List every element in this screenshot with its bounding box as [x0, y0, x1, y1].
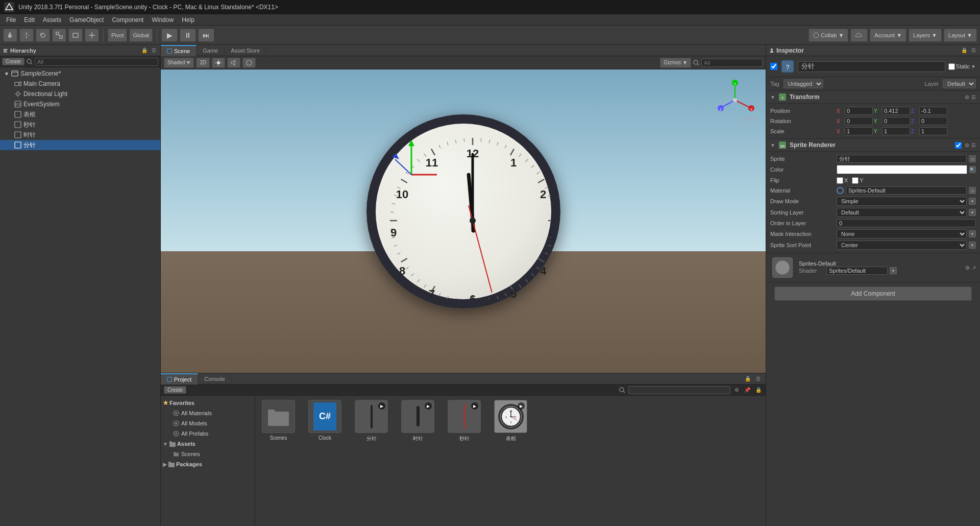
layers-btn[interactable]: Layers ▼ — [909, 29, 942, 42]
bottom-menu-btn[interactable]: ☰ — [755, 376, 762, 381]
scale-tool-btn[interactable] — [52, 29, 66, 42]
transform-tool-btn[interactable] — [85, 29, 99, 42]
menu-help[interactable]: Help — [178, 15, 199, 25]
packages-group[interactable]: ▶ Packages — [161, 459, 255, 469]
sprite-field[interactable] — [837, 155, 967, 163]
hierarchy-item-directional-light[interactable]: Directional Light — [0, 89, 160, 99]
asset-hour-hand[interactable]: ▶ 时针 — [399, 400, 437, 442]
sprite-sort-point-arrow[interactable]: ▼ — [969, 242, 976, 249]
all-prefabs-item[interactable]: All Prefabs — [161, 428, 255, 439]
2d-btn[interactable]: 2D — [196, 58, 210, 68]
hierarchy-item-main-camera[interactable]: Main Camera — [0, 79, 160, 89]
material-picker-btn[interactable]: ◎ — [969, 187, 976, 194]
bottom-lock-btn[interactable]: 🔒 — [744, 376, 752, 381]
object-name-field[interactable] — [798, 61, 945, 72]
layout-btn[interactable]: Layout ▼ — [944, 29, 977, 42]
hierarchy-lock-btn[interactable]: 🔒 — [140, 47, 149, 53]
add-component-btn[interactable]: Add Component — [774, 286, 972, 301]
menu-file[interactable]: File — [2, 15, 20, 25]
inspector-lock-btn[interactable]: 🔒 — [960, 47, 968, 53]
scene-item[interactable]: ▼ SampleScene* — [0, 68, 160, 79]
assets-group[interactable]: ▼ Assets — [161, 439, 255, 449]
favorites-group[interactable]: ★ Favorites — [161, 398, 255, 408]
shading-mode-dropdown[interactable]: Shaded — [164, 58, 194, 68]
sprite-renderer-header[interactable]: ▼ SR Sprite Renderer ⚙ ☰ — [766, 139, 980, 152]
draw-mode-arrow[interactable]: ▼ — [969, 198, 976, 205]
console-tab[interactable]: Console — [198, 373, 231, 385]
account-btn[interactable]: Account ▼ — [870, 29, 906, 42]
asset-clock-frame[interactable]: 12 3 6 9 ▶ — [492, 400, 530, 442]
gizmos-dropdown[interactable]: Gizmos ▼ — [660, 58, 691, 68]
scene-tab[interactable]: Scene — [161, 45, 197, 56]
object-enabled-checkbox[interactable] — [770, 63, 777, 70]
rotation-x-field[interactable] — [845, 117, 873, 125]
project-filter-btn[interactable]: ⚙ — [733, 387, 740, 393]
fx-btn[interactable] — [242, 58, 256, 68]
pivot-btn[interactable]: Pivot — [108, 29, 127, 42]
audio-btn[interactable] — [227, 58, 240, 68]
asset-scenes[interactable]: Scenes — [259, 400, 298, 442]
scale-x-field[interactable] — [845, 127, 873, 135]
project-pin-btn[interactable]: 📌 — [743, 387, 751, 393]
play-btn[interactable]: ▶ — [161, 29, 178, 42]
scale-z-field[interactable] — [919, 127, 947, 135]
sprite-sort-point-dropdown[interactable]: Center — [837, 241, 967, 250]
rotation-y-field[interactable] — [882, 117, 910, 125]
game-tab[interactable]: Game — [197, 45, 225, 56]
hierarchy-item-clock-face[interactable]: 表框 — [0, 109, 160, 119]
step-btn[interactable]: ⏭ — [198, 29, 214, 42]
rect-tool-btn[interactable] — [68, 29, 83, 42]
project-create-btn[interactable]: Create — [164, 386, 186, 394]
mask-interaction-dropdown[interactable]: None — [837, 229, 967, 238]
draw-mode-dropdown[interactable]: Simple — [837, 197, 967, 206]
position-y-field[interactable] — [882, 107, 910, 115]
material-settings-btn[interactable]: ⚙ — [965, 265, 970, 271]
lighting-btn[interactable] — [212, 58, 225, 68]
move-tool-btn[interactable] — [19, 29, 34, 42]
collab-btn[interactable]: Collab ▼ — [808, 29, 848, 42]
scene-search-input[interactable] — [701, 59, 763, 67]
order-in-layer-field[interactable] — [837, 219, 976, 227]
project-search-input[interactable] — [628, 386, 730, 394]
menu-gameobject[interactable]: GameObject — [65, 15, 108, 25]
material-external-btn[interactable]: ↗ — [972, 265, 976, 271]
rotate-tool-btn[interactable] — [36, 29, 50, 42]
shader-arrow[interactable]: ▼ — [890, 267, 897, 274]
all-models-item[interactable]: All Models — [161, 418, 255, 428]
hierarchy-item-second-hand[interactable]: 秒针 — [0, 119, 160, 130]
hierarchy-create-btn[interactable]: Create — [2, 58, 24, 65]
static-dropdown-arrow[interactable]: ▼ — [971, 64, 976, 69]
menu-edit[interactable]: Edit — [20, 15, 39, 25]
position-x-field[interactable] — [845, 107, 873, 115]
sprite-renderer-menu-btn[interactable]: ☰ — [971, 142, 976, 148]
position-z-field[interactable] — [919, 107, 947, 115]
sprite-picker-btn[interactable]: ◎ — [969, 155, 976, 162]
hierarchy-item-hour-hand[interactable]: 时针 — [0, 130, 160, 140]
hierarchy-item-eventsystem[interactable]: ES EventSystem — [0, 99, 160, 109]
rotation-z-field[interactable] — [919, 117, 947, 125]
material-field[interactable] — [846, 186, 967, 195]
mask-interaction-arrow[interactable]: ▼ — [969, 230, 976, 237]
menu-window[interactable]: Window — [148, 15, 178, 25]
flip-y-checkbox[interactable] — [852, 177, 859, 184]
flip-x-checkbox[interactable] — [837, 177, 843, 184]
sorting-layer-arrow[interactable]: ▼ — [969, 209, 976, 216]
shader-field[interactable] — [826, 267, 888, 275]
menu-assets[interactable]: Assets — [39, 15, 65, 25]
color-preview[interactable] — [837, 165, 967, 174]
sorting-layer-dropdown[interactable]: Default — [837, 208, 967, 217]
tag-dropdown[interactable]: Untagged — [783, 79, 823, 88]
color-eyedropper[interactable]: 🔍 — [969, 166, 976, 173]
all-materials-item[interactable]: All Materials — [161, 408, 255, 418]
asset-clock[interactable]: C# Clock — [306, 400, 344, 442]
hierarchy-item-minute-hand[interactable]: 分针 — [0, 140, 160, 150]
transform-component-header[interactable]: ▼ T Transform ⚙ ☰ — [766, 91, 980, 104]
scale-y-field[interactable] — [882, 127, 910, 135]
transform-settings-btn[interactable]: ⚙ — [965, 94, 969, 100]
project-tab[interactable]: Project — [161, 373, 198, 385]
project-lock-inner-btn[interactable]: 🔒 — [754, 387, 763, 393]
pause-btn[interactable]: ⏸ — [180, 29, 196, 42]
sprite-renderer-enabled[interactable] — [955, 142, 962, 149]
menu-component[interactable]: Component — [108, 15, 148, 25]
scene-view[interactable]: 12 1 2 3 4 5 6 7 8 9 10 11 — [161, 69, 766, 373]
